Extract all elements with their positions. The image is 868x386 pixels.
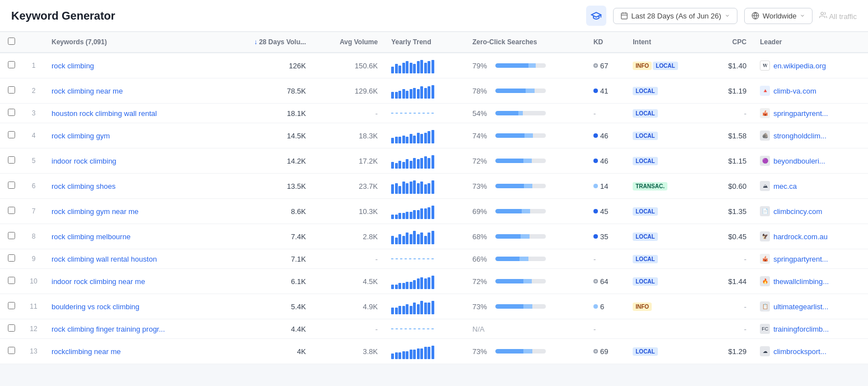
row-checkbox[interactable] <box>8 347 15 354</box>
keyword-link[interactable]: indoor rock climbing near me <box>52 277 145 286</box>
keyword-cell: bouldering vs rock climbing <box>45 294 221 319</box>
keyword-link[interactable]: rock climbing gym <box>52 132 110 140</box>
row-checkbox[interactable] <box>8 277 15 284</box>
trend-cell <box>384 104 466 123</box>
row-checkbox[interactable] <box>8 182 15 189</box>
leader-domain[interactable]: trainingforclimb... <box>773 325 829 333</box>
row-checkbox[interactable] <box>8 86 15 94</box>
table-row: 11 bouldering vs rock climbing 5.4K 4.9K… <box>0 294 868 319</box>
kd-cell: 46 <box>587 148 626 174</box>
keyword-link[interactable]: rock climbing finger training progr... <box>52 325 165 333</box>
row-number: 9 <box>22 249 45 269</box>
intent-cell: LOCAL <box>626 224 709 249</box>
zero-click-cell: 72% <box>466 269 587 294</box>
keyword-link[interactable]: rock climbing shoes <box>52 182 115 190</box>
leader-icon: 🪨 <box>760 131 770 141</box>
row-checkbox[interactable] <box>8 302 15 309</box>
select-all-checkbox[interactable] <box>8 38 15 45</box>
table-row: 1 rock climbing 126K 150.6K 79% 67 INFOL… <box>0 53 868 78</box>
leader-icon: ⛰ <box>760 181 770 191</box>
date-range-label: Last 28 Days (As of Jun 26) <box>632 12 721 20</box>
keyword-link[interactable]: houston rock climbing wall rental <box>52 109 157 118</box>
row-checkbox[interactable] <box>8 324 15 332</box>
keyword-link[interactable]: rock climbing wall rental houston <box>52 255 157 263</box>
trend-cell <box>384 53 466 78</box>
leader-domain[interactable]: springpartyrent... <box>773 255 828 263</box>
row-checkbox[interactable] <box>8 61 15 68</box>
row-checkbox[interactable] <box>8 109 15 116</box>
zero-click-cell: 72% <box>466 148 587 174</box>
row-checkbox[interactable] <box>8 207 15 214</box>
row-checkbox[interactable] <box>8 254 15 262</box>
leader-cell: FC trainingforclimb... <box>753 319 868 339</box>
intent-cell: TRANSAC. <box>626 174 709 199</box>
leader-cell: 🪨 strongholdclim... <box>753 123 868 148</box>
academy-icon[interactable] <box>586 6 606 26</box>
table-row: 10 indoor rock climbing near me 6.1K 4.5… <box>0 269 868 294</box>
volume-28-cell: 18.1K <box>221 104 313 123</box>
leader-domain[interactable]: climbrocksport... <box>773 347 827 356</box>
avg-volume-cell: - <box>313 249 384 269</box>
leader-domain[interactable]: beyondbouleri... <box>773 157 825 165</box>
volume-28-cell: 4.4K <box>221 319 313 339</box>
leader-icon: 🔺 <box>760 86 770 96</box>
avg-volume-cell: 129.6K <box>313 78 384 104</box>
leader-domain[interactable]: climbcincy.com <box>773 207 822 216</box>
intent-cell: INFOLOCAL <box>626 53 709 78</box>
leader-cell: 🟣 beyondbouleri... <box>753 148 868 174</box>
table-row: 4 rock climbing gym 14.5K 18.3K 74% 46 L… <box>0 123 868 148</box>
leader-domain[interactable]: hardrock.com.au <box>773 232 828 241</box>
leader-cell: 📄 climbcincy.com <box>753 199 868 224</box>
cpc-cell: $1.15 <box>709 148 753 174</box>
cpc-cell: - <box>709 294 753 319</box>
kd-header: KD <box>587 32 626 53</box>
trend-cell <box>384 294 466 319</box>
keyword-link[interactable]: indoor rock climbing <box>52 157 117 165</box>
row-checkbox[interactable] <box>8 156 15 164</box>
leader-domain[interactable]: springpartyrent... <box>773 109 828 118</box>
avg-volume-cell: - <box>313 319 384 339</box>
intent-cell: LOCAL <box>626 104 709 123</box>
keyword-link[interactable]: bouldering vs rock climbing <box>52 303 140 311</box>
leader-domain[interactable]: ultimategearlist... <box>773 303 828 311</box>
avg-volume-header[interactable]: Avg Volume <box>313 32 384 53</box>
keyword-link[interactable]: rock climbing melbourne <box>52 232 131 241</box>
keyword-link[interactable]: rock climbing near me <box>52 87 123 95</box>
cpc-cell: $1.19 <box>709 78 753 104</box>
intent-cell: LOCAL <box>626 78 709 104</box>
volume-28-cell: 8.6K <box>221 199 313 224</box>
keywords-header[interactable]: Keywords (7,091) <box>45 32 221 53</box>
row-checkbox-cell <box>0 339 22 364</box>
zero-click-cell: 73% <box>466 339 587 364</box>
volume-28-header[interactable]: ↓28 Days Volu... <box>221 32 313 53</box>
kd-cell: 46 <box>587 123 626 148</box>
cpc-cell: $0.60 <box>709 174 753 199</box>
date-range-button[interactable]: Last 28 Days (As of Jun 26) <box>613 8 737 24</box>
intent-cell: LOCAL <box>626 269 709 294</box>
keyword-link[interactable]: rock climbing gym near me <box>52 207 138 216</box>
leader-cell: 📋 ultimategearlist... <box>753 294 868 319</box>
row-checkbox[interactable] <box>8 131 15 138</box>
leader-cell: 🎪 springpartyrent... <box>753 104 868 123</box>
leader-domain[interactable]: en.wikipedia.org <box>773 62 826 70</box>
row-checkbox[interactable] <box>8 232 15 239</box>
keyword-cell: rock climbing shoes <box>45 174 221 199</box>
avg-volume-cell: 23.7K <box>313 174 384 199</box>
keyword-link[interactable]: rock climbing <box>52 62 94 70</box>
location-button[interactable]: Worldwide <box>744 8 813 24</box>
traffic-button[interactable]: All traffic <box>819 11 857 21</box>
leader-domain[interactable]: climb-va.com <box>773 87 816 95</box>
leader-domain[interactable]: thewallclimbing... <box>773 277 829 286</box>
trend-cell <box>384 78 466 104</box>
keyword-link[interactable]: rockclimbing near me <box>52 347 121 356</box>
zero-click-cell: 79% <box>466 53 587 78</box>
select-all-header[interactable] <box>0 32 22 53</box>
leader-domain[interactable]: mec.ca <box>773 182 797 190</box>
intent-header: Intent <box>626 32 709 53</box>
row-checkbox-cell <box>0 294 22 319</box>
kd-cell: 69 <box>587 339 626 364</box>
row-number: 1 <box>22 53 45 78</box>
cpc-cell: $1.29 <box>709 339 753 364</box>
leader-domain[interactable]: strongholdclim... <box>773 132 827 140</box>
avg-volume-cell: 3.8K <box>313 339 384 364</box>
